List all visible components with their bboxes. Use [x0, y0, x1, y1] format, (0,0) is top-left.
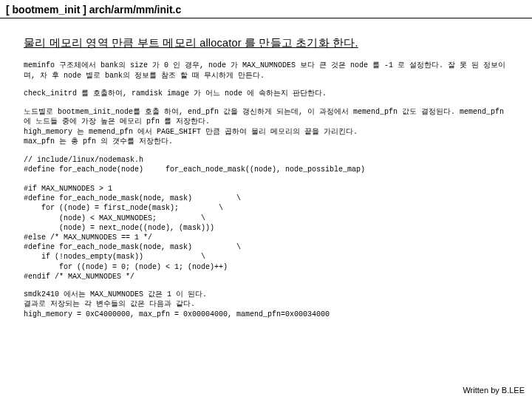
header-title: [ bootmem_init ] arch/arm/mm/init.c: [6, 4, 181, 16]
header-bar: [ bootmem_init ] arch/arm/mm/init.c: [0, 0, 532, 18]
footer-credit: Written by B.LEE: [463, 386, 525, 395]
paragraph-2: check_initrd 를 호출하여, ramdisk image 가 어느 …: [24, 89, 510, 99]
section-title: 물리 메모리 영역 만큼 부트 메모리 allocator 를 만들고 초기화 …: [24, 36, 510, 50]
paragraph-3: 노드별로 bootmem_init_node를 호출 하여, end_pfn 값…: [24, 107, 510, 147]
paragraph-1: meminfo 구조체에서 bank의 size 가 0 인 경우, node …: [24, 61, 510, 81]
paragraph-4: smdk2410 에서는 MAX_NUMNODES 값은 1 이 된다. 결과로…: [24, 290, 510, 320]
code-block-1: // include/linux/nodemask.h #define for_…: [24, 155, 510, 282]
page: [ bootmem_init ] arch/arm/mm/init.c 물리 메…: [0, 0, 532, 399]
content-area: 물리 메모리 영역 만큼 부트 메모리 allocator 를 만들고 초기화 …: [0, 18, 532, 335]
